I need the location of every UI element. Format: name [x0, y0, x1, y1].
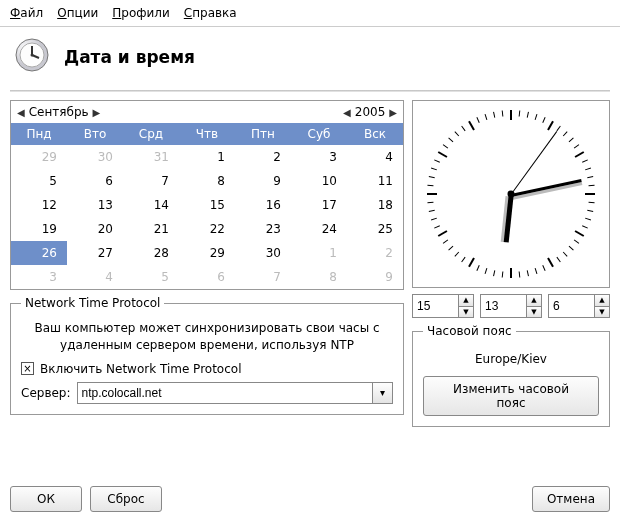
hour-up-icon[interactable]: ▲ — [459, 295, 473, 307]
hour-spinner[interactable]: ▲▼ — [412, 294, 474, 318]
calendar-day[interactable]: 18 — [347, 193, 403, 217]
ntp-enable-label: Включить Network Time Protocol — [40, 362, 241, 376]
calendar-day[interactable]: 8 — [291, 265, 347, 289]
calendar-day[interactable]: 29 — [179, 241, 235, 265]
calendar-day[interactable]: 21 — [123, 217, 179, 241]
calendar-day[interactable]: 23 — [235, 217, 291, 241]
second-up-icon[interactable]: ▲ — [595, 295, 609, 307]
calendar-day[interactable]: 30 — [235, 241, 291, 265]
minute-spinner[interactable]: ▲▼ — [480, 294, 542, 318]
second-down-icon[interactable]: ▼ — [595, 307, 609, 318]
change-timezone-button[interactable]: Изменить часовой пояс — [423, 376, 599, 416]
calendar-grid: ПндВтоСрдЧтвПтнСубВск 293031123456789101… — [11, 123, 403, 289]
weekday-header: Срд — [123, 123, 179, 145]
calendar-day[interactable]: 1 — [291, 241, 347, 265]
calendar-day[interactable]: 30 — [67, 145, 123, 169]
menubar: Файл Опции Профили Справка — [0, 0, 620, 27]
hour-down-icon[interactable]: ▼ — [459, 307, 473, 318]
ntp-description: Ваш компьютер может синхронизировать сво… — [21, 320, 393, 354]
dialog-buttons: ОК Сброс Отмена — [10, 486, 610, 512]
year-label[interactable]: 2005 — [355, 105, 386, 119]
month-next-icon[interactable]: ▶ — [93, 107, 101, 118]
month-prev-icon[interactable]: ◀ — [17, 107, 25, 118]
month-label[interactable]: Сентябрь — [29, 105, 89, 119]
calendar-day[interactable]: 3 — [11, 265, 67, 289]
calendar-day[interactable]: 5 — [123, 265, 179, 289]
ok-button[interactable]: ОК — [10, 486, 82, 512]
menu-help[interactable]: Справка — [184, 6, 237, 20]
calendar-day[interactable]: 10 — [291, 169, 347, 193]
calendar-day[interactable]: 28 — [123, 241, 179, 265]
analog-clock — [412, 100, 610, 288]
calendar-day[interactable]: 13 — [67, 193, 123, 217]
second-input[interactable] — [549, 295, 594, 317]
weekday-header: Суб — [291, 123, 347, 145]
ntp-server-dropdown-icon[interactable] — [372, 383, 392, 403]
weekday-header: Вто — [67, 123, 123, 145]
ntp-server-input[interactable] — [78, 383, 373, 403]
calendar-day[interactable]: 17 — [291, 193, 347, 217]
ntp-group: Network Time Protocol Ваш компьютер може… — [10, 296, 404, 415]
minute-down-icon[interactable]: ▼ — [527, 307, 541, 318]
time-spinners: ▲▼ ▲▼ ▲▼ — [412, 294, 610, 318]
calendar-day[interactable]: 7 — [123, 169, 179, 193]
timezone-group: Часовой пояс Europe/Kiev Изменить часово… — [412, 324, 610, 427]
calendar-day[interactable]: 4 — [347, 145, 403, 169]
calendar-day[interactable]: 2 — [235, 145, 291, 169]
calendar-day[interactable]: 22 — [179, 217, 235, 241]
calendar-day[interactable]: 8 — [179, 169, 235, 193]
minute-up-icon[interactable]: ▲ — [527, 295, 541, 307]
calendar-day[interactable]: 1 — [179, 145, 235, 169]
clock-icon — [14, 37, 50, 76]
year-next-icon[interactable]: ▶ — [389, 107, 397, 118]
calendar-day[interactable]: 6 — [179, 265, 235, 289]
hour-input[interactable] — [413, 295, 458, 317]
calendar-day[interactable]: 26 — [11, 241, 67, 265]
ntp-server-combo[interactable] — [77, 382, 394, 404]
header: Дата и время — [0, 27, 620, 90]
calendar-day[interactable]: 5 — [11, 169, 67, 193]
menu-file[interactable]: Файл — [10, 6, 43, 20]
header-rule — [10, 90, 610, 92]
minute-input[interactable] — [481, 295, 526, 317]
timezone-value: Europe/Kiev — [423, 352, 599, 366]
calendar-day[interactable]: 19 — [11, 217, 67, 241]
calendar-day[interactable]: 12 — [11, 193, 67, 217]
page-title: Дата и время — [64, 47, 195, 67]
calendar-day[interactable]: 4 — [67, 265, 123, 289]
weekday-header: Чтв — [179, 123, 235, 145]
svg-point-4 — [31, 54, 34, 57]
timezone-legend: Часовой пояс — [423, 324, 516, 338]
calendar-day[interactable]: 11 — [347, 169, 403, 193]
calendar-day[interactable]: 14 — [123, 193, 179, 217]
calendar-day[interactable]: 29 — [11, 145, 67, 169]
cancel-button[interactable]: Отмена — [532, 486, 610, 512]
calendar-day[interactable]: 24 — [291, 217, 347, 241]
ntp-legend: Network Time Protocol — [21, 296, 164, 310]
calendar-day[interactable]: 6 — [67, 169, 123, 193]
menu-profiles[interactable]: Профили — [112, 6, 170, 20]
calendar-day[interactable]: 15 — [179, 193, 235, 217]
calendar-day[interactable]: 9 — [235, 169, 291, 193]
ntp-server-label: Сервер: — [21, 386, 71, 400]
calendar: ◀ Сентябрь ▶ ◀ 2005 ▶ ПндВтоСрдЧтвПтнСуб… — [10, 100, 404, 290]
calendar-day[interactable]: 2 — [347, 241, 403, 265]
calendar-day[interactable]: 3 — [291, 145, 347, 169]
calendar-day[interactable]: 31 — [123, 145, 179, 169]
reset-button[interactable]: Сброс — [90, 486, 162, 512]
calendar-day[interactable]: 16 — [235, 193, 291, 217]
ntp-enable-checkbox[interactable]: × — [21, 362, 34, 375]
calendar-day[interactable]: 7 — [235, 265, 291, 289]
calendar-day[interactable]: 27 — [67, 241, 123, 265]
calendar-day[interactable]: 20 — [67, 217, 123, 241]
second-spinner[interactable]: ▲▼ — [548, 294, 610, 318]
calendar-day[interactable]: 9 — [347, 265, 403, 289]
weekday-header: Вск — [347, 123, 403, 145]
menu-options[interactable]: Опции — [57, 6, 98, 20]
weekday-header: Птн — [235, 123, 291, 145]
calendar-day[interactable]: 25 — [347, 217, 403, 241]
year-prev-icon[interactable]: ◀ — [343, 107, 351, 118]
weekday-header: Пнд — [11, 123, 67, 145]
